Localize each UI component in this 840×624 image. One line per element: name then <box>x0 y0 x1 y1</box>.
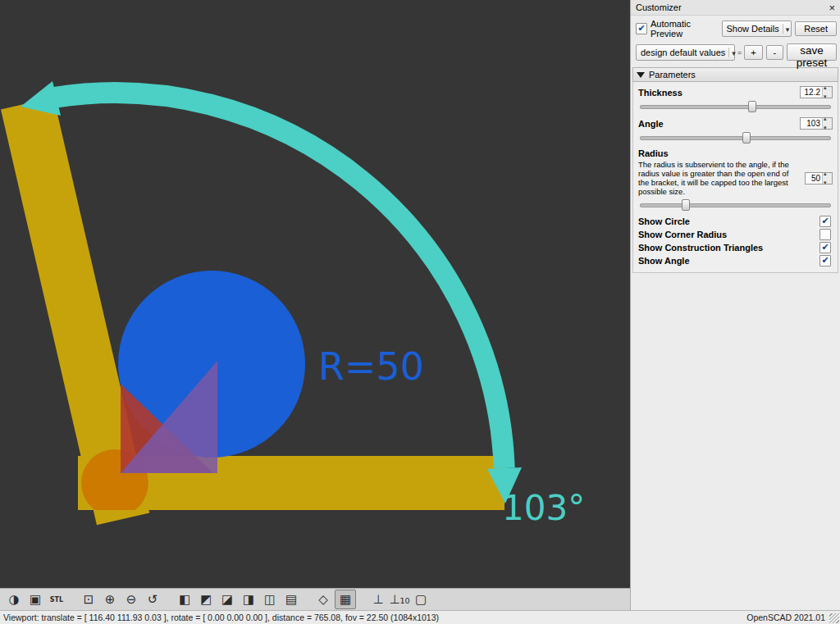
show-angle-row: Show Angle <box>638 254 833 267</box>
show-circle-row: Show Circle <box>638 215 833 228</box>
close-icon[interactable]: × <box>829 2 835 13</box>
preview-icon[interactable]: ◑ <box>4 590 24 608</box>
angle-spinbox[interactable]: 103 <box>800 117 833 130</box>
chevron-down-icon <box>728 48 736 57</box>
preset-dropdown[interactable]: design default values <box>636 44 735 61</box>
slider-track <box>640 105 831 109</box>
angle-value: 103 <box>801 118 822 129</box>
view-front-icon[interactable]: ◫ <box>260 590 280 608</box>
spinner-arrows-icon[interactable] <box>822 87 832 98</box>
view-back-icon[interactable]: ▤ <box>281 590 301 608</box>
export-stl-icon[interactable]: STL <box>47 590 66 608</box>
app-version-text: OpenSCAD 2021.01 <box>746 613 825 622</box>
reset-view-icon[interactable]: ↺ <box>143 590 162 608</box>
show-construction-triangles-row: Show Construction Triangles <box>638 241 833 254</box>
slider-track <box>640 203 831 207</box>
angle-slider-handle[interactable] <box>742 132 751 143</box>
render-icon[interactable]: ▣ <box>25 590 45 608</box>
radius-description: The radius is subservient to the angle, … <box>638 160 801 196</box>
radius-label: Radius <box>638 148 669 158</box>
3d-viewport[interactable]: R=50 103° ◑▣STL⊡⊕⊖↺◧◩◪◨◫▤◇▦⊥⊥₁₀▢ <box>0 0 630 610</box>
view-left-icon[interactable]: ◨ <box>239 590 258 608</box>
spinner-arrows-icon[interactable] <box>822 173 832 184</box>
view-bottom-icon[interactable]: ◪ <box>217 590 237 608</box>
thickness-value: 12.2 <box>801 87 822 98</box>
radius-label: R=50 <box>318 344 424 389</box>
automatic-preview-label: Automatic Preview <box>651 19 719 39</box>
reset-button[interactable]: Reset <box>795 21 837 36</box>
zoom-in-icon[interactable]: ⊕ <box>100 590 120 608</box>
perspective-icon[interactable]: ▦ <box>335 590 356 609</box>
thickness-row: Thickness 12.2 <box>638 85 833 99</box>
add-preset-button[interactable]: + <box>744 45 762 60</box>
chevron-down-icon <box>783 24 790 34</box>
radius-slider[interactable] <box>640 199 831 211</box>
show-angle-checkbox[interactable] <box>819 255 831 266</box>
viewport-toolbar: ◑▣STL⊡⊕⊖↺◧◩◪◨◫▤◇▦⊥⊥₁₀▢ <box>0 588 630 610</box>
equals-label: = <box>737 48 742 57</box>
radius-row: Radius <box>638 148 833 159</box>
thickness-spinbox[interactable]: 12.2 <box>800 86 833 98</box>
angle-row: Angle 103 <box>638 116 833 130</box>
show-corner-radius-label: Show Corner Radius <box>638 230 727 239</box>
details-dropdown[interactable]: Show Details <box>722 20 792 37</box>
openscad-window: R=50 103° ◑▣STL⊡⊕⊖↺◧◩◪◨◫▤◇▦⊥⊥₁₀▢ Customi… <box>0 0 840 624</box>
radius-value: 50 <box>806 173 822 184</box>
preset-dropdown-value: design default values <box>641 48 725 57</box>
angle-label: 103° <box>502 488 585 528</box>
show-axes-icon[interactable]: ⊥ <box>368 590 388 608</box>
view-right-icon[interactable]: ◧ <box>175 590 194 608</box>
angle-label: Angle <box>638 119 664 129</box>
angle-slider[interactable] <box>640 132 831 143</box>
save-preset-button[interactable]: save preset <box>787 43 837 61</box>
show-construction-triangles-checkbox[interactable] <box>819 242 831 253</box>
show-angle-label: Show Angle <box>638 256 690 266</box>
show-construction-triangles-label: Show Construction Triangles <box>638 243 763 253</box>
thickness-slider-handle[interactable] <box>748 101 756 112</box>
customizer-panel: Customizer × Automatic Preview Show Deta… <box>630 0 840 610</box>
details-dropdown-value: Show Details <box>727 24 779 34</box>
show-circle-checkbox[interactable] <box>819 216 831 227</box>
zoom-out-icon[interactable]: ⊖ <box>121 590 141 608</box>
radius-spinbox[interactable]: 50 <box>805 172 833 184</box>
remove-preset-button[interactable]: - <box>766 45 783 60</box>
radius-slider-handle[interactable] <box>682 199 690 211</box>
resize-grip-icon[interactable] <box>829 613 839 623</box>
slider-track <box>640 136 831 140</box>
show-corner-radius-row: Show Corner Radius <box>638 228 833 241</box>
viewport-status-text: Viewport: translate = [ 116.40 111.93 0.… <box>3 613 746 622</box>
show-circle-label: Show Circle <box>638 216 690 226</box>
customizer-title: Customizer <box>636 2 829 12</box>
view-diagonal-icon[interactable]: ◇ <box>313 590 333 608</box>
status-bar: Viewport: translate = [ 116.40 111.93 0.… <box>0 610 840 624</box>
zoom-all-icon[interactable]: ⊡ <box>79 590 98 608</box>
view-all-icon[interactable]: ▢ <box>411 590 431 608</box>
radius-description-row: The radius is subservient to the angle, … <box>638 159 833 198</box>
parameters-body: Thickness 12.2 Angle 103 <box>632 82 838 273</box>
customizer-titlebar: Customizer × <box>631 0 840 16</box>
3d-viewport-canvas[interactable]: R=50 103° <box>0 0 630 588</box>
thickness-slider[interactable] <box>640 101 831 112</box>
automatic-preview-checkbox[interactable] <box>636 23 647 34</box>
show-corner-radius-checkbox[interactable] <box>819 229 831 240</box>
parameters-header[interactable]: Parameters <box>632 67 838 82</box>
preset-row: design default values = + - save preset <box>631 40 840 62</box>
thickness-label: Thickness <box>638 88 682 98</box>
parameters-header-label: Parameters <box>649 70 696 80</box>
view-top-icon[interactable]: ◩ <box>196 590 216 608</box>
customizer-options-row: Automatic Preview Show Details Reset <box>631 16 840 40</box>
spinner-arrows-icon[interactable] <box>822 118 832 129</box>
collapse-triangle-icon <box>637 72 645 78</box>
show-scale-markers-icon[interactable]: ⊥₁₀ <box>390 590 409 608</box>
